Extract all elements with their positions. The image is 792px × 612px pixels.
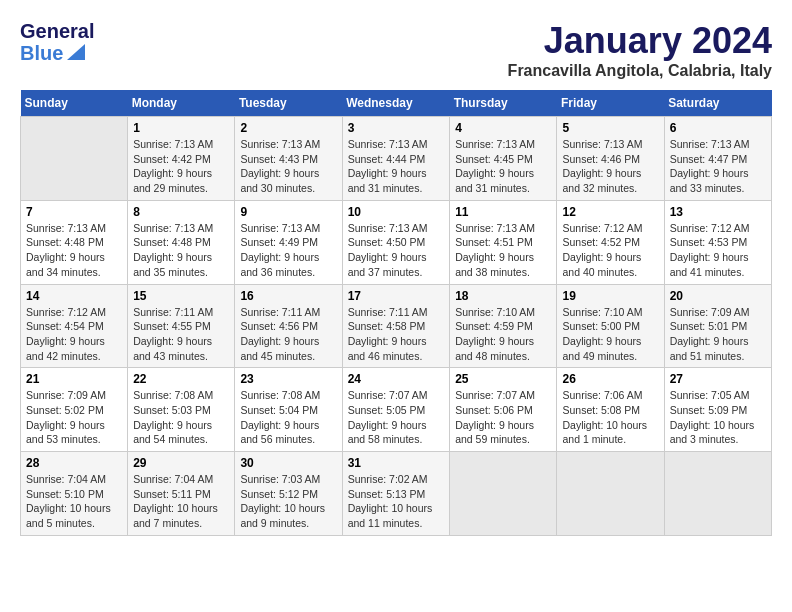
week-row-1: 1Sunrise: 7:13 AMSunset: 4:42 PMDaylight… [21,117,772,201]
week-row-2: 7Sunrise: 7:13 AMSunset: 4:48 PMDaylight… [21,200,772,284]
day-info: Sunrise: 7:09 AMSunset: 5:02 PMDaylight:… [26,388,122,447]
calendar-cell [557,452,664,536]
week-row-3: 14Sunrise: 7:12 AMSunset: 4:54 PMDayligh… [21,284,772,368]
day-number: 25 [455,372,551,386]
day-number: 17 [348,289,445,303]
day-info: Sunrise: 7:12 AMSunset: 4:54 PMDaylight:… [26,305,122,364]
calendar-cell: 19Sunrise: 7:10 AMSunset: 5:00 PMDayligh… [557,284,664,368]
calendar-cell: 26Sunrise: 7:06 AMSunset: 5:08 PMDayligh… [557,368,664,452]
day-number: 24 [348,372,445,386]
day-number: 27 [670,372,766,386]
day-info: Sunrise: 7:06 AMSunset: 5:08 PMDaylight:… [562,388,658,447]
weekday-header-friday: Friday [557,90,664,117]
day-info: Sunrise: 7:13 AMSunset: 4:48 PMDaylight:… [26,221,122,280]
day-info: Sunrise: 7:13 AMSunset: 4:47 PMDaylight:… [670,137,766,196]
week-row-4: 21Sunrise: 7:09 AMSunset: 5:02 PMDayligh… [21,368,772,452]
day-info: Sunrise: 7:13 AMSunset: 4:51 PMDaylight:… [455,221,551,280]
logo-triangle-icon [65,40,87,62]
calendar-cell: 1Sunrise: 7:13 AMSunset: 4:42 PMDaylight… [128,117,235,201]
day-info: Sunrise: 7:13 AMSunset: 4:50 PMDaylight:… [348,221,445,280]
calendar-table: SundayMondayTuesdayWednesdayThursdayFrid… [20,90,772,536]
day-info: Sunrise: 7:04 AMSunset: 5:11 PMDaylight:… [133,472,229,531]
calendar-cell: 24Sunrise: 7:07 AMSunset: 5:05 PMDayligh… [342,368,450,452]
location-title: Francavilla Angitola, Calabria, Italy [508,62,772,80]
day-info: Sunrise: 7:07 AMSunset: 5:06 PMDaylight:… [455,388,551,447]
day-number: 28 [26,456,122,470]
weekday-header-sunday: Sunday [21,90,128,117]
calendar-cell [664,452,771,536]
weekday-header-saturday: Saturday [664,90,771,117]
weekday-header-row: SundayMondayTuesdayWednesdayThursdayFrid… [21,90,772,117]
day-info: Sunrise: 7:12 AMSunset: 4:53 PMDaylight:… [670,221,766,280]
day-number: 2 [240,121,336,135]
calendar-cell: 5Sunrise: 7:13 AMSunset: 4:46 PMDaylight… [557,117,664,201]
calendar-cell: 12Sunrise: 7:12 AMSunset: 4:52 PMDayligh… [557,200,664,284]
calendar-cell: 20Sunrise: 7:09 AMSunset: 5:01 PMDayligh… [664,284,771,368]
calendar-cell: 2Sunrise: 7:13 AMSunset: 4:43 PMDaylight… [235,117,342,201]
day-info: Sunrise: 7:11 AMSunset: 4:56 PMDaylight:… [240,305,336,364]
day-number: 3 [348,121,445,135]
calendar-cell: 30Sunrise: 7:03 AMSunset: 5:12 PMDayligh… [235,452,342,536]
calendar-cell: 6Sunrise: 7:13 AMSunset: 4:47 PMDaylight… [664,117,771,201]
day-info: Sunrise: 7:10 AMSunset: 5:00 PMDaylight:… [562,305,658,364]
weekday-header-tuesday: Tuesday [235,90,342,117]
day-info: Sunrise: 7:13 AMSunset: 4:44 PMDaylight:… [348,137,445,196]
day-number: 16 [240,289,336,303]
day-number: 12 [562,205,658,219]
day-info: Sunrise: 7:11 AMSunset: 4:58 PMDaylight:… [348,305,445,364]
weekday-header-wednesday: Wednesday [342,90,450,117]
calendar-cell: 15Sunrise: 7:11 AMSunset: 4:55 PMDayligh… [128,284,235,368]
calendar-cell: 28Sunrise: 7:04 AMSunset: 5:10 PMDayligh… [21,452,128,536]
day-number: 9 [240,205,336,219]
day-number: 30 [240,456,336,470]
day-number: 22 [133,372,229,386]
day-number: 6 [670,121,766,135]
calendar-cell: 14Sunrise: 7:12 AMSunset: 4:54 PMDayligh… [21,284,128,368]
calendar-cell: 13Sunrise: 7:12 AMSunset: 4:53 PMDayligh… [664,200,771,284]
day-number: 13 [670,205,766,219]
calendar-cell: 18Sunrise: 7:10 AMSunset: 4:59 PMDayligh… [450,284,557,368]
day-number: 26 [562,372,658,386]
calendar-cell [21,117,128,201]
calendar-cell: 23Sunrise: 7:08 AMSunset: 5:04 PMDayligh… [235,368,342,452]
day-info: Sunrise: 7:13 AMSunset: 4:42 PMDaylight:… [133,137,229,196]
calendar-cell: 7Sunrise: 7:13 AMSunset: 4:48 PMDaylight… [21,200,128,284]
day-number: 18 [455,289,551,303]
day-number: 21 [26,372,122,386]
week-row-5: 28Sunrise: 7:04 AMSunset: 5:10 PMDayligh… [21,452,772,536]
month-title: January 2024 [508,20,772,62]
day-number: 11 [455,205,551,219]
title-section: January 2024 Francavilla Angitola, Calab… [508,20,772,80]
calendar-cell: 22Sunrise: 7:08 AMSunset: 5:03 PMDayligh… [128,368,235,452]
logo-blue-text: Blue [20,43,63,63]
day-info: Sunrise: 7:08 AMSunset: 5:04 PMDaylight:… [240,388,336,447]
day-info: Sunrise: 7:13 AMSunset: 4:46 PMDaylight:… [562,137,658,196]
day-info: Sunrise: 7:04 AMSunset: 5:10 PMDaylight:… [26,472,122,531]
calendar-cell: 29Sunrise: 7:04 AMSunset: 5:11 PMDayligh… [128,452,235,536]
day-number: 20 [670,289,766,303]
page-header: General Blue January 2024 Francavilla An… [20,20,772,80]
svg-marker-0 [67,44,85,60]
calendar-cell: 25Sunrise: 7:07 AMSunset: 5:06 PMDayligh… [450,368,557,452]
calendar-cell [450,452,557,536]
day-number: 15 [133,289,229,303]
calendar-cell: 11Sunrise: 7:13 AMSunset: 4:51 PMDayligh… [450,200,557,284]
day-number: 5 [562,121,658,135]
weekday-header-monday: Monday [128,90,235,117]
day-number: 7 [26,205,122,219]
day-info: Sunrise: 7:08 AMSunset: 5:03 PMDaylight:… [133,388,229,447]
day-number: 10 [348,205,445,219]
day-number: 8 [133,205,229,219]
day-number: 14 [26,289,122,303]
day-info: Sunrise: 7:11 AMSunset: 4:55 PMDaylight:… [133,305,229,364]
day-number: 29 [133,456,229,470]
day-info: Sunrise: 7:13 AMSunset: 4:49 PMDaylight:… [240,221,336,280]
calendar-cell: 17Sunrise: 7:11 AMSunset: 4:58 PMDayligh… [342,284,450,368]
calendar-cell: 21Sunrise: 7:09 AMSunset: 5:02 PMDayligh… [21,368,128,452]
day-info: Sunrise: 7:13 AMSunset: 4:45 PMDaylight:… [455,137,551,196]
calendar-cell: 8Sunrise: 7:13 AMSunset: 4:48 PMDaylight… [128,200,235,284]
day-number: 4 [455,121,551,135]
day-info: Sunrise: 7:05 AMSunset: 5:09 PMDaylight:… [670,388,766,447]
day-info: Sunrise: 7:03 AMSunset: 5:12 PMDaylight:… [240,472,336,531]
calendar-cell: 10Sunrise: 7:13 AMSunset: 4:50 PMDayligh… [342,200,450,284]
